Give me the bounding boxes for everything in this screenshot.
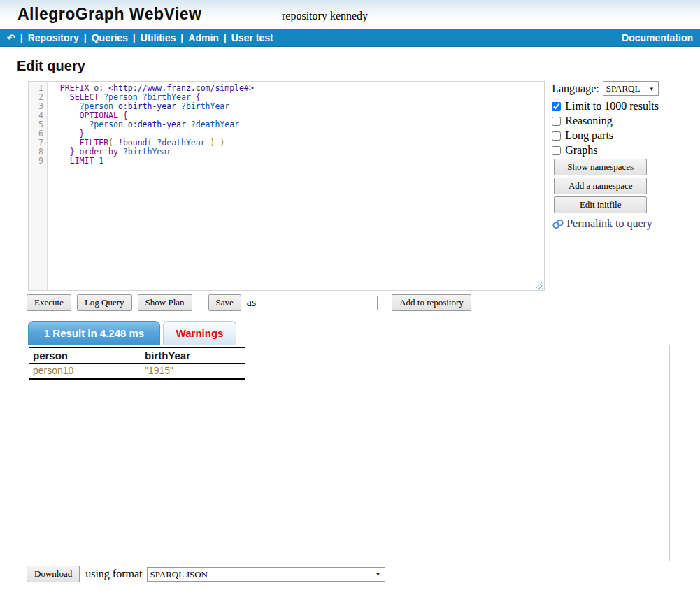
results-panel: person birthYear person10 "1915" — [27, 345, 670, 561]
column-header-birthyear: birthYear — [141, 347, 245, 364]
language-select[interactable]: SPARQL — [603, 81, 659, 96]
nav-separator: | — [20, 32, 23, 43]
add-namespace-button[interactable]: Add a namespace — [554, 178, 647, 194]
nav-item-documentation[interactable]: Documentation — [622, 32, 693, 43]
column-header-person: person — [29, 347, 141, 364]
edit-initfile-button[interactable]: Edit initfile — [554, 196, 647, 213]
tab-warnings[interactable]: Warnings — [163, 321, 236, 345]
execute-button[interactable]: Execute — [27, 294, 71, 311]
nav-separator: | — [84, 32, 87, 43]
results-tabs: 1 Result in 4.248 ms Warnings — [28, 321, 700, 345]
limit-results-label: Limit to 1000 results — [565, 100, 659, 113]
tab-results[interactable]: 1 Result in 4.248 ms — [28, 321, 160, 345]
log-query-button[interactable]: Log Query — [77, 294, 132, 311]
graphs-checkbox[interactable] — [552, 146, 561, 155]
query-editor[interactable]: 123456789 PREFIX o: <http://www.franz.co… — [28, 81, 545, 291]
nav-left: ↶ | Repository | Queries | Utilities | A… — [7, 32, 273, 43]
back-arrow-icon[interactable]: ↶ — [7, 32, 15, 43]
show-plan-button[interactable]: Show Plan — [138, 294, 192, 311]
nav-item-user[interactable]: User test — [231, 32, 273, 43]
add-to-repository-button[interactable]: Add to repository — [392, 294, 471, 311]
limit-results-checkbox[interactable] — [552, 102, 561, 111]
code-lines[interactable]: PREFIX o: <http://www.franz.com/simple#>… — [48, 82, 544, 290]
checkbox-graphs[interactable]: Graphs — [552, 144, 700, 157]
show-namespaces-button[interactable]: Show namespaces — [554, 159, 647, 175]
save-name-input[interactable] — [259, 296, 378, 310]
page-title: Edit query — [17, 58, 700, 74]
app-title: AllegroGraph WebView — [17, 5, 201, 24]
results-table: person birthYear person10 "1915" — [29, 347, 245, 380]
repository-label: repository kennedy — [282, 10, 368, 22]
nav-separator: | — [133, 32, 136, 43]
editor-line-numbers: 123456789 — [29, 82, 48, 290]
chain-link-icon — [552, 219, 564, 229]
checkbox-limit-results[interactable]: Limit to 1000 results — [552, 100, 700, 113]
result-cell-person[interactable]: person10 — [29, 364, 141, 380]
reasoning-label: Reasoning — [565, 115, 613, 127]
results-header-row: person birthYear — [29, 347, 245, 364]
graphs-label: Graphs — [565, 144, 597, 157]
language-label: Language: — [552, 82, 599, 95]
nav-separator: | — [224, 32, 227, 43]
reasoning-checkbox[interactable] — [552, 117, 561, 126]
permalink-label: Permalink to query — [566, 217, 652, 230]
checkbox-long-parts[interactable]: Long parts — [552, 129, 700, 142]
format-select-wrap: SPARQL JSON — [147, 567, 385, 582]
long-parts-label: Long parts — [565, 129, 613, 142]
query-options-panel: Language: SPARQL Limit to 1000 results R… — [552, 81, 700, 291]
table-row[interactable]: person10 "1915" — [29, 364, 245, 380]
result-cell-birthyear: "1915" — [141, 364, 245, 380]
query-section: 123456789 PREFIX o: <http://www.franz.co… — [28, 81, 700, 291]
download-button[interactable]: Download — [27, 566, 80, 582]
actions-row: Execute Log Query Show Plan Save as Add … — [27, 294, 700, 311]
long-parts-checkbox[interactable] — [552, 131, 561, 141]
format-select[interactable]: SPARQL JSON — [147, 567, 385, 582]
language-row: Language: SPARQL — [552, 81, 700, 96]
nav-item-utilities[interactable]: Utilities — [141, 32, 176, 43]
permalink-link[interactable]: Permalink to query — [552, 217, 700, 230]
save-as-label: as — [247, 296, 256, 309]
download-row: Download using format SPARQL JSON — [27, 566, 700, 582]
using-format-label: using format — [85, 568, 142, 580]
nav-item-admin[interactable]: Admin — [188, 32, 219, 43]
nav-bar: ↶ | Repository | Queries | Utilities | A… — [0, 29, 700, 47]
app-header: AllegroGraph WebView repository kennedy — [0, 0, 700, 29]
checkbox-reasoning[interactable]: Reasoning — [552, 115, 700, 127]
nav-separator: | — [180, 32, 183, 43]
save-button[interactable]: Save — [208, 294, 241, 311]
language-select-wrap: SPARQL — [603, 81, 659, 96]
nav-item-repository[interactable]: Repository — [28, 32, 79, 43]
nav-item-queries[interactable]: Queries — [92, 32, 128, 43]
